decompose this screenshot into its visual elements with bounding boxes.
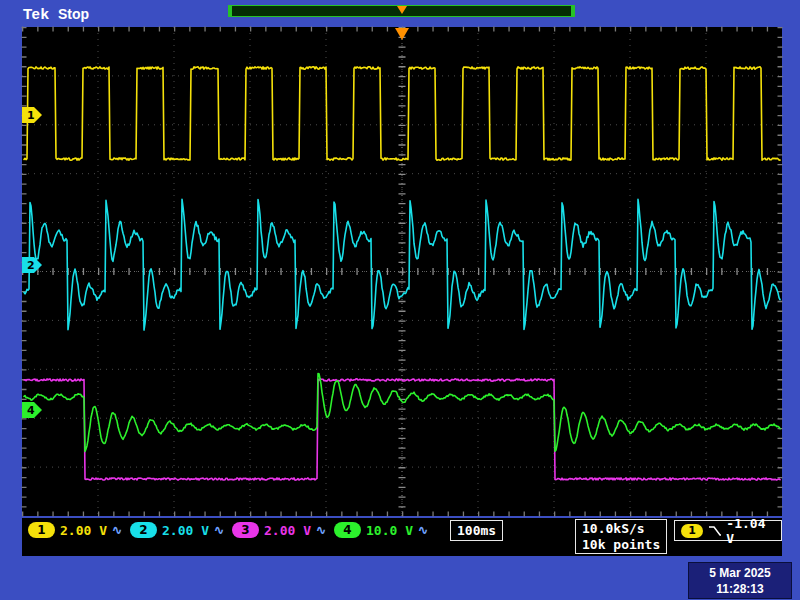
falling-edge-icon <box>708 524 721 538</box>
channel-2-scale: 2.00 V <box>162 523 209 538</box>
trigger-level: -1.04 V <box>726 516 775 546</box>
acquisition-readout: 10.0kS/s 10k points <box>575 519 667 554</box>
channel-4-readout: 4 10.0 V ∿ <box>334 522 428 538</box>
readout-bar: 1 2.00 V ∿ 2 2.00 V ∿ 3 2.00 V ∿ 4 10.0 … <box>22 518 782 556</box>
record-length: 10k points <box>582 537 660 553</box>
acquisition-status: Stop <box>58 6 89 22</box>
channel-3-scale: 2.00 V <box>264 523 311 538</box>
oscilloscope-screen: { "header": { "brand": "Tek", "status": … <box>0 0 800 600</box>
timebase-readout: 100ms <box>450 520 503 541</box>
bandwidth-icon: ∿ <box>214 523 224 537</box>
timebase-value: 100ms <box>457 523 496 538</box>
trigger-readout: 1 -1.04 V <box>674 520 782 541</box>
trigger-source-badge: 1 <box>681 524 703 538</box>
channel-1-readout: 1 2.00 V ∿ <box>28 522 122 538</box>
channel-3-badge: 3 <box>232 522 259 538</box>
channel-1-badge: 1 <box>28 522 55 538</box>
bandwidth-icon: ∿ <box>112 523 122 537</box>
time-label: 11:28:13 <box>716 581 763 597</box>
graticule <box>22 27 782 516</box>
channel-2-readout: 2 2.00 V ∿ <box>130 522 224 538</box>
record-view-trigger-marker <box>397 6 407 14</box>
channel-3-readout: 3 2.00 V ∿ <box>232 522 326 538</box>
channel-2-badge: 2 <box>130 522 157 538</box>
tek-logo: Tek <box>23 5 49 22</box>
channel-4-badge: 4 <box>334 522 361 538</box>
bandwidth-icon: ∿ <box>316 523 326 537</box>
channel-4-scale: 10.0 V <box>366 523 413 538</box>
channel-1-scale: 2.00 V <box>60 523 107 538</box>
datetime-box: 5 Mar 2025 11:28:13 <box>688 562 792 599</box>
sample-rate: 10.0kS/s <box>582 521 645 537</box>
bandwidth-icon: ∿ <box>418 523 428 537</box>
date-label: 5 Mar 2025 <box>709 565 770 581</box>
